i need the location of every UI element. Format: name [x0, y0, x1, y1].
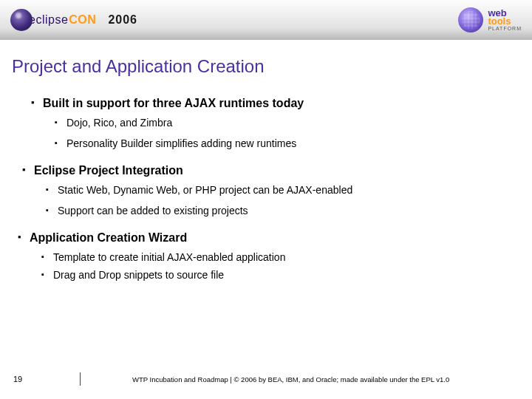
- eclipse-orb-icon: [10, 9, 33, 31]
- bullet-item: Personality Builder simplifies adding ne…: [66, 137, 532, 151]
- webtools-subtitle: PLATFORM: [488, 27, 522, 31]
- footer: 19 WTP Incubation and Roadmap | © 2006 b…: [0, 372, 532, 386]
- bullet-heading-text: Application Creation Wizard: [30, 231, 187, 244]
- webtools-wordmark: web tools PLATFORM: [488, 9, 522, 32]
- footer-divider: [80, 372, 81, 386]
- slide-title: Project and Application Creation: [12, 56, 532, 77]
- eclipsecon-year: 2006: [108, 13, 137, 27]
- bullet-heading: Built in support for three AJAX runtimes…: [43, 96, 532, 150]
- eclipsecon-word-b: CON: [69, 13, 96, 26]
- eclipsecon-logo: eclipseCON 2006: [10, 9, 137, 31]
- bullet-heading-text: Eclipse Project Integration: [34, 164, 183, 177]
- bullet-heading: Application Creation Wizard Template to …: [30, 231, 532, 282]
- bullet-item: Support can be added to existing project…: [58, 205, 532, 218]
- eclipsecon-wordmark: eclipseCON: [29, 13, 96, 27]
- section-1: Built in support for three AJAX runtimes…: [0, 96, 532, 150]
- bullet-item: Template to create initial AJAX-enabled …: [53, 251, 532, 265]
- eclipsecon-mark: eclipseCON: [10, 9, 96, 31]
- webtools-logo: web tools PLATFORM: [458, 7, 522, 33]
- section-3: Application Creation Wizard Template to …: [0, 231, 532, 282]
- globe-icon: [458, 7, 483, 33]
- page-number: 19: [6, 375, 30, 383]
- slide-body: Built in support for three AJAX runtimes…: [0, 96, 532, 282]
- section-2: Eclipse Project Integration Static Web, …: [0, 163, 532, 217]
- bullet-heading-text: Built in support for three AJAX runtimes…: [43, 97, 304, 109]
- header-bar: eclipseCON 2006 web tools PLATFORM: [0, 0, 532, 40]
- bullet-heading: Eclipse Project Integration Static Web, …: [34, 163, 532, 217]
- bullet-item: Dojo, Rico, and Zimbra: [66, 117, 532, 130]
- bullet-item: Drag and Drop snippets to source file: [53, 269, 532, 282]
- webtools-word-b: tools: [488, 17, 522, 26]
- eclipsecon-word-a: eclipse: [29, 13, 68, 26]
- slide: eclipseCON 2006 web tools PLATFORM Proje…: [0, 0, 532, 399]
- footer-text: WTP Incubation and Roadmap | © 2006 by B…: [132, 375, 449, 383]
- bullet-item: Static Web, Dynamic Web, or PHP project …: [58, 184, 532, 197]
